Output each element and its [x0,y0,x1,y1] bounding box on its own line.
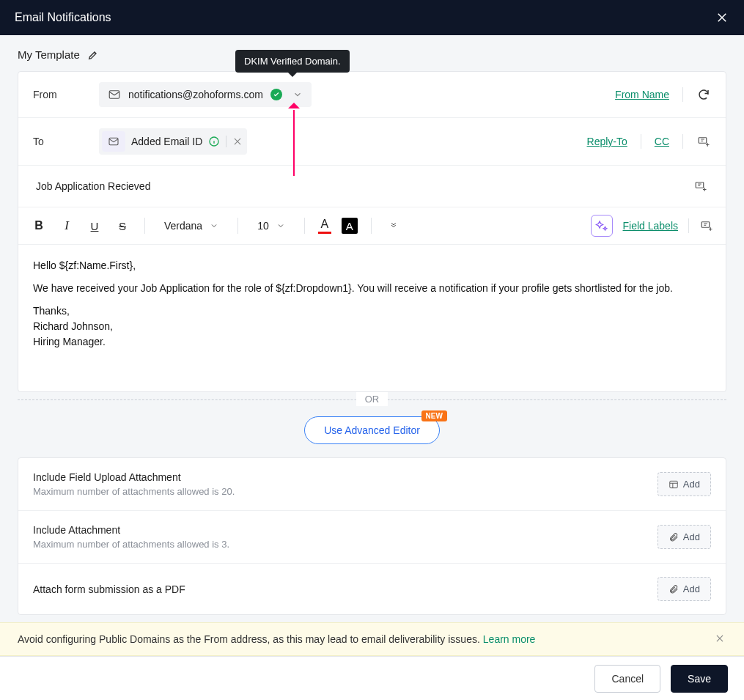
cc-link[interactable]: CC [655,136,669,147]
separator [371,218,372,234]
add-attachment-button[interactable]: Add [658,525,711,549]
remove-recipient-icon[interactable] [232,136,243,147]
strikethrough-button[interactable]: S [114,217,131,235]
svg-rect-1 [109,138,118,144]
save-button[interactable]: Save [671,665,728,693]
editor-toolbar: B I U S Verdana 10 A A [18,207,726,245]
separator [304,218,305,234]
attach-option-include: Include Attachment Maximum number of att… [18,511,726,564]
to-row: To Added Email ID Reply-To CC [18,118,726,166]
body-line: Hiring Manager. [33,334,711,350]
separator [682,134,683,149]
banner-text: Avoid configuring Public Domains as the … [18,633,480,645]
to-pill-label: Added Email ID [131,136,202,147]
info-icon[interactable] [208,136,220,147]
attach-title: Include Field Upload Attachment [33,471,235,483]
to-label: To [33,136,99,147]
paperclip-icon [669,532,679,542]
insert-field-icon[interactable] [696,134,711,149]
learn-more-link[interactable]: Learn more [483,633,536,645]
attach-option-pdf: Attach form submission as a PDF Add [18,564,726,614]
insert-field-icon[interactable] [699,218,714,233]
top-bar: Email Notifications [0,0,744,35]
add-field-upload-button[interactable]: Add [658,472,711,496]
template-name-row: My Template [0,35,744,71]
font-family-value: Verdana [164,220,202,232]
add-label: Add [683,479,700,490]
chevron-down-icon[interactable] [292,89,303,100]
advanced-editor-row: Use Advanced Editor NEW [18,416,726,444]
highlight-button[interactable]: A [342,218,358,234]
use-advanced-editor-button[interactable]: Use Advanced Editor [304,416,440,444]
svg-rect-4 [696,183,704,188]
body-line: Richard Johnson, [33,319,711,334]
warning-banner: Avoid configuring Public Domains as the … [0,622,744,656]
verified-badge-icon [270,89,282,100]
text-color-button[interactable]: A [318,218,331,234]
body-line: Hello ${zf:Name.First}, [33,258,711,273]
font-size-value: 10 [257,220,269,232]
font-family-select[interactable]: Verdana [158,217,224,235]
close-icon[interactable] [715,10,729,25]
to-pill[interactable]: Added Email ID [99,128,247,155]
template-name: My Template [18,48,80,61]
envelope-icon [102,131,125,152]
banner-close-icon[interactable] [715,633,726,645]
separator [226,136,226,147]
add-label: Add [683,531,700,542]
email-body-editor[interactable]: Hello ${zf:Name.First}, We have received… [18,245,726,391]
field-labels-link[interactable]: Field Labels [623,220,679,232]
attach-title: Include Attachment [33,524,229,536]
ai-assist-button[interactable] [591,215,613,237]
attach-option-field-upload: Include Field Upload Attachment Maximum … [18,458,726,511]
paperclip-icon [669,584,679,594]
from-name-link[interactable]: From Name [615,89,669,100]
page-title: Email Notifications [15,11,111,24]
font-size-select[interactable]: 10 [251,217,291,235]
svg-rect-6 [670,481,678,487]
app-root: Email Notifications My Template From not… [0,0,744,700]
reply-to-link[interactable]: Reply-To [587,136,627,147]
separator [688,218,689,233]
cancel-button[interactable]: Cancel [594,665,660,693]
or-divider: OR [18,392,726,406]
footer-actions: Cancel Save [0,656,744,700]
refresh-icon[interactable] [696,87,711,102]
from-email: notifications@zohoforms.com [128,89,263,100]
dkim-tooltip: DKIM Verified Domain. [235,50,350,73]
new-badge: NEW [421,410,447,421]
or-text: OR [356,392,388,406]
add-pdf-button[interactable]: Add [658,577,711,601]
body-line: Thanks, [33,303,711,319]
svg-rect-0 [109,91,119,99]
annotation-arrow [293,110,295,176]
underline-button[interactable]: U [86,217,103,235]
more-formatting-icon[interactable] [385,217,402,235]
layout-icon [669,479,679,490]
envelope-icon [108,88,121,101]
insert-field-icon[interactable] [693,179,708,194]
subject-input[interactable]: Job Application Recieved [36,180,150,192]
attach-sub: Maximum number of attachments allowed is… [33,486,235,497]
svg-rect-3 [699,138,707,144]
attach-title: Attach form submission as a PDF [33,583,185,595]
from-select[interactable]: notifications@zohoforms.com [99,82,312,107]
from-label: From [33,89,99,100]
compose-panel: From notifications@zohoforms.com From Na… [18,71,726,392]
body-line: We have received your Job Application fo… [33,281,711,296]
separator [144,218,145,234]
attachment-options: Include Field Upload Attachment Maximum … [18,457,726,615]
subject-row[interactable]: Job Application Recieved [18,166,726,207]
from-row: From notifications@zohoforms.com From Na… [18,72,726,118]
svg-rect-5 [701,222,710,228]
italic-button[interactable]: I [58,217,75,235]
separator [641,134,641,149]
edit-template-icon[interactable] [87,49,99,61]
attach-sub: Maximum number of attachments allowed is… [33,539,229,550]
add-label: Add [683,583,700,594]
separator [237,218,238,234]
dkim-tooltip-text: DKIM Verified Domain. [244,56,341,67]
separator [682,87,683,102]
bold-button[interactable]: B [30,217,48,235]
